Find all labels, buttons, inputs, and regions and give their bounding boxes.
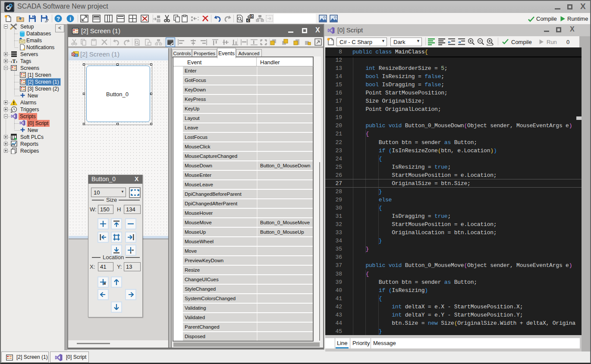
svg-text:c: c	[247, 18, 249, 22]
svg-text:?: ?	[57, 16, 60, 22]
svg-text:b: b	[251, 14, 253, 19]
svg-text:i: i	[69, 16, 71, 22]
svg-text:‹T›: ‹T›	[11, 58, 18, 64]
